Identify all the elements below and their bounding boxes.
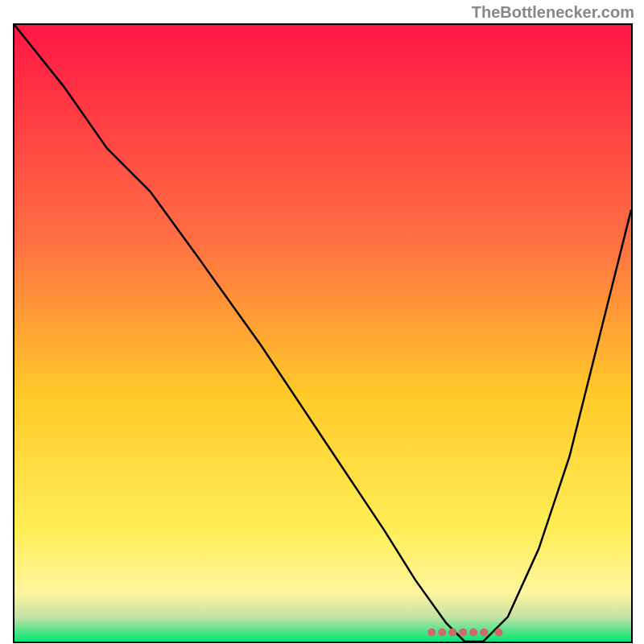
svg-rect-5 [469,629,477,637]
svg-rect-2 [438,629,446,637]
svg-rect-3 [448,629,456,637]
optimal-range-marker [14,25,631,642]
svg-rect-6 [480,629,488,637]
svg-rect-4 [459,629,467,637]
svg-point-7 [495,629,503,637]
chart-plot-area [13,23,633,643]
attribution-text: TheBottlenecker.com [472,3,634,22]
svg-rect-1 [427,629,436,637]
